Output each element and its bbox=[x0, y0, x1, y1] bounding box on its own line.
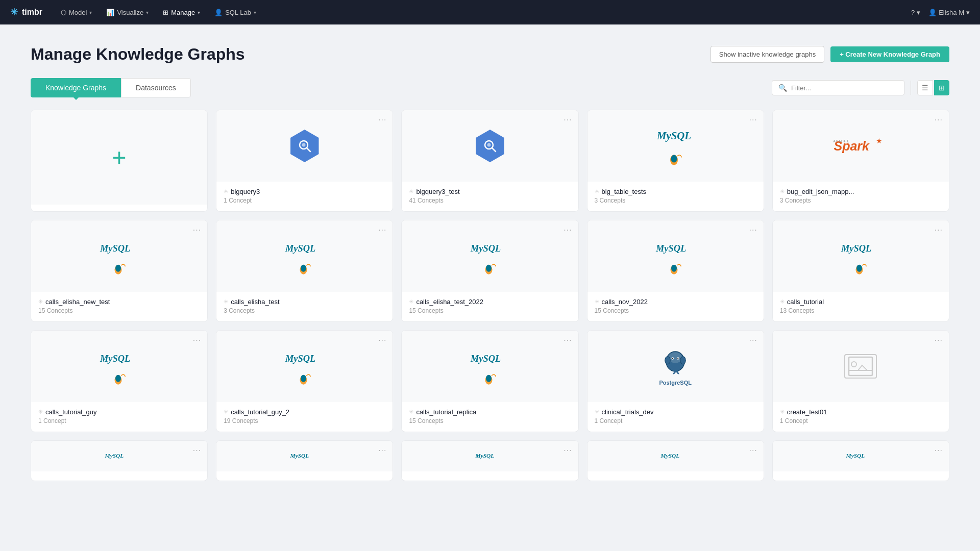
card-image: MySQL bbox=[402, 331, 578, 402]
card-menu-icon[interactable]: ··· bbox=[564, 336, 572, 345]
card-concepts: 1 Concept bbox=[780, 417, 942, 424]
kg-icon: ✳ bbox=[38, 409, 43, 415]
card-menu-icon[interactable]: ··· bbox=[378, 336, 386, 345]
knowledge-graph-card-row4-4[interactable]: ··· MySQL bbox=[587, 440, 764, 481]
card-menu-icon[interactable]: ··· bbox=[193, 336, 201, 345]
card-name: ✳ bug_edit_json_mapp... bbox=[780, 188, 942, 195]
svg-text:MySQL: MySQL bbox=[100, 243, 130, 253]
card-image bbox=[216, 110, 393, 182]
grid-view-button[interactable]: ⊞ bbox=[934, 80, 949, 95]
page-header: Manage Knowledge Graphs Show inactive kn… bbox=[31, 45, 949, 64]
kg-icon: ✳ bbox=[780, 298, 785, 305]
card-image: PostgreSQL bbox=[587, 331, 764, 402]
help-icon: ? bbox=[911, 9, 915, 16]
add-knowledge-graph-card[interactable]: + bbox=[31, 110, 208, 212]
card-menu-icon[interactable]: ··· bbox=[749, 446, 757, 455]
card-name: ✳ calls_tutorial_guy_2 bbox=[224, 408, 385, 416]
card-menu-icon[interactable]: ··· bbox=[749, 336, 757, 345]
mysql-logo: MySQL bbox=[660, 448, 691, 464]
filter-input[interactable] bbox=[791, 84, 898, 92]
card-menu-icon[interactable]: ··· bbox=[378, 446, 386, 455]
search-box: 🔍 bbox=[772, 80, 904, 95]
nav-sqllab[interactable]: 👤 SQL Lab ▾ bbox=[208, 6, 262, 19]
user-icon: 👤 bbox=[928, 9, 937, 16]
knowledge-graph-card-bigquery3[interactable]: ··· ✳ bigquery3 1 Concept bbox=[216, 110, 393, 212]
nav-model[interactable]: ⬡ Model ▾ bbox=[55, 6, 98, 19]
nav-right: ? ▾ 👤 Elisha M ▾ bbox=[911, 9, 970, 16]
chevron-down-icon: ▾ bbox=[966, 9, 970, 16]
card-name: ✳ bigquery3_test bbox=[409, 188, 571, 195]
svg-line-4 bbox=[492, 148, 496, 152]
card-menu-icon[interactable]: ··· bbox=[935, 115, 943, 124]
knowledge-graph-card-calls-nov-2022[interactable]: ··· MySQL ✳ calls_nov_2022 bbox=[587, 220, 764, 322]
card-image: MySQL bbox=[587, 220, 764, 292]
knowledge-graph-card-calls-elisha-test-2022[interactable]: ··· MySQL ✳ calls_elisha_test_2022 bbox=[401, 220, 578, 322]
card-image: MySQL bbox=[587, 441, 764, 471]
add-card-image: + bbox=[31, 110, 207, 205]
knowledge-graph-card-calls-tutorial-guy-2[interactable]: ··· MySQL ✳ calls_tutorial_guy_2 bbox=[216, 330, 393, 432]
nav-visualize[interactable]: 📊 Visualize ▾ bbox=[100, 6, 155, 19]
list-view-button[interactable]: ☰ bbox=[917, 80, 933, 95]
card-concepts: 1 Concept bbox=[224, 197, 385, 204]
knowledge-graph-card-calls-tutorial-guy[interactable]: ··· MySQL ✳ calls_tutorial_guy bbox=[31, 330, 208, 432]
svg-text:MySQL: MySQL bbox=[660, 453, 680, 459]
knowledge-graph-card-calls-elisha-test[interactable]: ··· MySQL ✳ calls_elisha_test bbox=[216, 220, 393, 322]
knowledge-graph-card-clinical-trials-dev[interactable]: ··· bbox=[587, 330, 764, 432]
mysql-logo: MySQL bbox=[289, 448, 320, 464]
tab-knowledge-graphs[interactable]: Knowledge Graphs bbox=[31, 78, 121, 97]
card-menu-icon[interactable]: ··· bbox=[564, 446, 572, 455]
knowledge-graph-card-calls-tutorial-replica[interactable]: ··· MySQL ✳ calls_tutorial_replica bbox=[401, 330, 578, 432]
knowledge-graph-card-row4-3[interactable]: ··· MySQL bbox=[401, 440, 578, 481]
card-menu-icon[interactable]: ··· bbox=[935, 336, 943, 345]
card-concepts: 13 Concepts bbox=[780, 307, 942, 314]
bigquery-logo bbox=[288, 130, 321, 162]
card-menu-icon[interactable]: ··· bbox=[193, 226, 201, 235]
card-body: ✳ bigquery3_test 41 Concepts bbox=[402, 182, 578, 211]
nav-manage[interactable]: ⊞ Manage ▾ bbox=[157, 6, 206, 19]
card-concepts: 3 Concepts bbox=[595, 197, 756, 204]
card-menu-icon[interactable]: ··· bbox=[749, 226, 757, 235]
knowledge-graph-card-bug-edit-json[interactable]: ··· Spark APACHE ★ ✳ bug_edit_json_mapp.… bbox=[772, 110, 949, 212]
card-body: ✳ clinical_trials_dev 1 Concept bbox=[587, 402, 764, 432]
card-menu-icon[interactable]: ··· bbox=[378, 115, 386, 124]
mysql-logo: MySQL bbox=[284, 238, 325, 275]
mysql-logo: MySQL bbox=[655, 238, 696, 275]
logo-icon: ✳ bbox=[10, 7, 18, 18]
card-name: ✳ create_test01 bbox=[780, 408, 942, 416]
knowledge-graph-card-create-test01[interactable]: ··· ✳ create_test01 1 Concept bbox=[772, 330, 949, 432]
user-menu-button[interactable]: 👤 Elisha M ▾ bbox=[928, 9, 970, 16]
chevron-down-icon: ▾ bbox=[254, 10, 256, 15]
card-image: MySQL bbox=[587, 110, 764, 182]
svg-text:MySQL: MySQL bbox=[285, 353, 315, 363]
show-inactive-button[interactable]: Show inactive knowledge graphs bbox=[710, 46, 824, 63]
card-name: ✳ calls_tutorial_replica bbox=[409, 408, 571, 416]
knowledge-graph-card-big-table-tests[interactable]: ··· MySQL ✳ bbox=[587, 110, 764, 212]
card-menu-icon[interactable]: ··· bbox=[935, 226, 943, 235]
tab-datasources[interactable]: Datasources bbox=[121, 78, 191, 97]
bigquery-logo bbox=[474, 130, 506, 162]
card-menu-icon[interactable]: ··· bbox=[564, 226, 572, 235]
knowledge-graph-card-bigquery3-test[interactable]: ··· ✳ bigquery3_test 41 Concepts bbox=[401, 110, 578, 212]
card-menu-icon[interactable]: ··· bbox=[935, 446, 943, 455]
card-menu-icon[interactable]: ··· bbox=[564, 115, 572, 124]
knowledge-graph-card-row4-1[interactable]: ··· MySQL bbox=[31, 440, 208, 481]
svg-line-1 bbox=[307, 148, 310, 152]
help-button[interactable]: ? ▾ bbox=[911, 9, 920, 16]
mysql-logo: MySQL bbox=[99, 348, 140, 385]
knowledge-graph-card-calls-tutorial[interactable]: ··· MySQL ✳ calls_tutorial bbox=[772, 220, 949, 322]
logo[interactable]: ✳ timbr bbox=[10, 7, 42, 18]
svg-point-32 bbox=[301, 374, 306, 382]
list-icon: ☰ bbox=[922, 84, 928, 92]
svg-point-46 bbox=[851, 362, 856, 367]
create-knowledge-graph-button[interactable]: + Create New Knowledge Graph bbox=[830, 46, 949, 62]
card-menu-icon[interactable]: ··· bbox=[378, 226, 386, 235]
svg-text:MySQL: MySQL bbox=[470, 243, 501, 253]
page-title: Manage Knowledge Graphs bbox=[31, 45, 245, 64]
card-image: MySQL bbox=[773, 220, 949, 292]
knowledge-graph-card-row4-2[interactable]: ··· MySQL bbox=[216, 440, 393, 481]
card-menu-icon[interactable]: ··· bbox=[749, 115, 757, 124]
card-menu-icon[interactable]: ··· bbox=[193, 446, 201, 455]
card-image bbox=[773, 331, 949, 402]
knowledge-graph-card-row4-5[interactable]: ··· MySQL bbox=[772, 440, 949, 481]
knowledge-graph-card-calls-elisha-new-test[interactable]: ··· MySQL ✳ calls_elisha_new_test bbox=[31, 220, 208, 322]
